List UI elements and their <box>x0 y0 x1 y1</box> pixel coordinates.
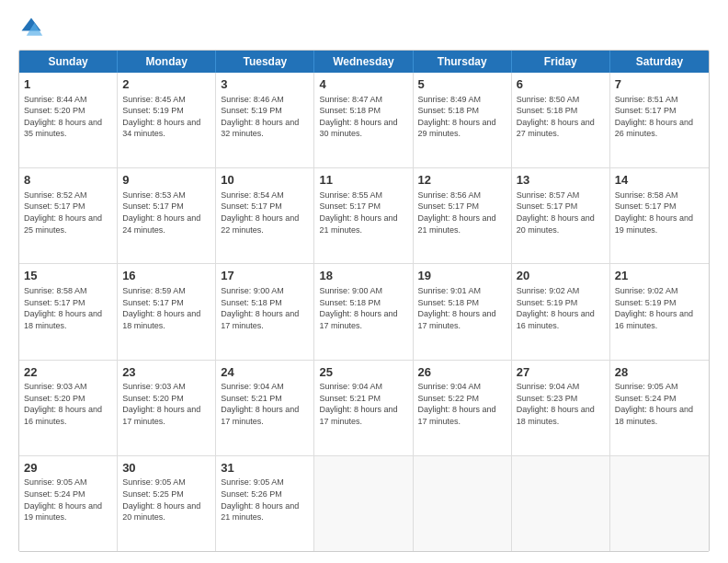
empty-cell <box>414 456 512 551</box>
day-number: 27 <box>517 364 605 381</box>
cell-text: Sunrise: 9:05 AM Sunset: 5:24 PM Dayligh… <box>615 381 704 427</box>
day-number: 25 <box>319 364 407 381</box>
day-cell-27: 27Sunrise: 9:04 AM Sunset: 5:23 PM Dayli… <box>512 361 610 455</box>
cell-text: Sunrise: 9:05 AM Sunset: 5:24 PM Dayligh… <box>24 477 112 523</box>
calendar-body: 1Sunrise: 8:44 AM Sunset: 5:20 PM Daylig… <box>19 73 709 551</box>
day-number: 9 <box>122 172 210 189</box>
calendar-row-1: 8Sunrise: 8:52 AM Sunset: 5:17 PM Daylig… <box>19 168 709 264</box>
day-cell-6: 6Sunrise: 8:50 AM Sunset: 5:18 PM Daylig… <box>512 73 610 167</box>
cell-text: Sunrise: 9:04 AM Sunset: 5:22 PM Dayligh… <box>418 381 506 427</box>
cell-text: Sunrise: 8:51 AM Sunset: 5:17 PM Dayligh… <box>615 94 704 140</box>
logo <box>18 15 48 40</box>
day-cell-20: 20Sunrise: 9:02 AM Sunset: 5:19 PM Dayli… <box>512 264 610 359</box>
cell-text: Sunrise: 8:47 AM Sunset: 5:18 PM Dayligh… <box>319 94 407 140</box>
cell-text: Sunrise: 8:56 AM Sunset: 5:17 PM Dayligh… <box>418 190 506 236</box>
day-cell-23: 23Sunrise: 9:03 AM Sunset: 5:20 PM Dayli… <box>118 361 216 455</box>
header-day-tuesday: Tuesday <box>216 51 314 73</box>
day-cell-2: 2Sunrise: 8:45 AM Sunset: 5:19 PM Daylig… <box>118 73 216 167</box>
day-number: 2 <box>122 76 210 93</box>
cell-text: Sunrise: 8:58 AM Sunset: 5:17 PM Dayligh… <box>615 190 704 236</box>
day-cell-11: 11Sunrise: 8:55 AM Sunset: 5:17 PM Dayli… <box>314 168 413 263</box>
day-number: 18 <box>319 268 407 284</box>
day-number: 10 <box>221 172 309 189</box>
cell-text: Sunrise: 9:02 AM Sunset: 5:19 PM Dayligh… <box>517 285 605 331</box>
header <box>18 15 710 40</box>
day-number: 28 <box>615 364 704 381</box>
day-number: 20 <box>517 268 605 284</box>
day-cell-5: 5Sunrise: 8:49 AM Sunset: 5:18 PM Daylig… <box>414 73 512 167</box>
header-day-sunday: Sunday <box>19 51 118 73</box>
empty-cell <box>512 456 610 551</box>
cell-text: Sunrise: 9:05 AM Sunset: 5:25 PM Dayligh… <box>122 477 210 523</box>
cell-text: Sunrise: 9:03 AM Sunset: 5:20 PM Dayligh… <box>24 381 112 427</box>
day-cell-17: 17Sunrise: 9:00 AM Sunset: 5:18 PM Dayli… <box>216 264 314 359</box>
day-number: 4 <box>319 76 407 93</box>
logo-icon <box>18 15 44 40</box>
cell-text: Sunrise: 8:53 AM Sunset: 5:17 PM Dayligh… <box>122 190 210 236</box>
day-cell-1: 1Sunrise: 8:44 AM Sunset: 5:20 PM Daylig… <box>19 73 118 167</box>
empty-cell <box>314 456 413 551</box>
day-cell-30: 30Sunrise: 9:05 AM Sunset: 5:25 PM Dayli… <box>118 456 216 551</box>
day-cell-14: 14Sunrise: 8:58 AM Sunset: 5:17 PM Dayli… <box>610 168 709 263</box>
day-cell-19: 19Sunrise: 9:01 AM Sunset: 5:18 PM Dayli… <box>414 264 512 359</box>
day-number: 7 <box>615 76 704 93</box>
day-cell-10: 10Sunrise: 8:54 AM Sunset: 5:17 PM Dayli… <box>216 168 314 263</box>
day-number: 31 <box>221 460 309 477</box>
day-cell-3: 3Sunrise: 8:46 AM Sunset: 5:19 PM Daylig… <box>216 73 314 167</box>
cell-text: Sunrise: 9:03 AM Sunset: 5:20 PM Dayligh… <box>122 381 210 427</box>
day-cell-22: 22Sunrise: 9:03 AM Sunset: 5:20 PM Dayli… <box>19 361 118 455</box>
day-number: 5 <box>418 76 506 93</box>
calendar: SundayMondayTuesdayWednesdayThursdayFrid… <box>18 50 710 552</box>
cell-text: Sunrise: 9:05 AM Sunset: 5:26 PM Dayligh… <box>221 477 309 523</box>
cell-text: Sunrise: 8:50 AM Sunset: 5:18 PM Dayligh… <box>517 94 605 140</box>
day-number: 16 <box>122 268 210 284</box>
day-cell-13: 13Sunrise: 8:57 AM Sunset: 5:17 PM Dayli… <box>512 168 610 263</box>
cell-text: Sunrise: 9:04 AM Sunset: 5:21 PM Dayligh… <box>221 381 309 427</box>
page: SundayMondayTuesdayWednesdayThursdayFrid… <box>0 0 728 563</box>
day-number: 17 <box>221 268 309 284</box>
cell-text: Sunrise: 8:49 AM Sunset: 5:18 PM Dayligh… <box>418 94 506 140</box>
day-cell-12: 12Sunrise: 8:56 AM Sunset: 5:17 PM Dayli… <box>414 168 512 263</box>
cell-text: Sunrise: 9:04 AM Sunset: 5:21 PM Dayligh… <box>319 381 407 427</box>
day-cell-8: 8Sunrise: 8:52 AM Sunset: 5:17 PM Daylig… <box>19 168 118 263</box>
cell-text: Sunrise: 9:01 AM Sunset: 5:18 PM Dayligh… <box>418 285 506 331</box>
day-cell-29: 29Sunrise: 9:05 AM Sunset: 5:24 PM Dayli… <box>19 456 118 551</box>
header-day-thursday: Thursday <box>414 51 512 73</box>
day-cell-9: 9Sunrise: 8:53 AM Sunset: 5:17 PM Daylig… <box>118 168 216 263</box>
day-number: 1 <box>24 76 112 93</box>
empty-cell <box>610 456 709 551</box>
day-cell-15: 15Sunrise: 8:58 AM Sunset: 5:17 PM Dayli… <box>19 264 118 359</box>
cell-text: Sunrise: 8:57 AM Sunset: 5:17 PM Dayligh… <box>517 190 605 236</box>
day-number: 22 <box>24 364 112 381</box>
day-number: 14 <box>615 172 704 189</box>
day-number: 15 <box>24 268 112 284</box>
cell-text: Sunrise: 9:04 AM Sunset: 5:23 PM Dayligh… <box>517 381 605 427</box>
header-day-saturday: Saturday <box>610 51 709 73</box>
day-cell-7: 7Sunrise: 8:51 AM Sunset: 5:17 PM Daylig… <box>610 73 709 167</box>
calendar-header: SundayMondayTuesdayWednesdayThursdayFrid… <box>19 51 709 73</box>
header-day-monday: Monday <box>118 51 216 73</box>
day-number: 21 <box>615 268 704 284</box>
day-number: 30 <box>122 460 210 477</box>
calendar-row-2: 15Sunrise: 8:58 AM Sunset: 5:17 PM Dayli… <box>19 264 709 360</box>
header-day-friday: Friday <box>512 51 610 73</box>
day-number: 6 <box>517 76 605 93</box>
day-cell-4: 4Sunrise: 8:47 AM Sunset: 5:18 PM Daylig… <box>314 73 413 167</box>
calendar-row-0: 1Sunrise: 8:44 AM Sunset: 5:20 PM Daylig… <box>19 73 709 168</box>
day-cell-31: 31Sunrise: 9:05 AM Sunset: 5:26 PM Dayli… <box>216 456 314 551</box>
day-number: 12 <box>418 172 506 189</box>
cell-text: Sunrise: 8:58 AM Sunset: 5:17 PM Dayligh… <box>24 285 112 331</box>
cell-text: Sunrise: 8:52 AM Sunset: 5:17 PM Dayligh… <box>24 190 112 236</box>
calendar-row-4: 29Sunrise: 9:05 AM Sunset: 5:24 PM Dayli… <box>19 456 709 551</box>
cell-text: Sunrise: 8:44 AM Sunset: 5:20 PM Dayligh… <box>24 94 112 140</box>
day-number: 23 <box>122 364 210 381</box>
day-number: 19 <box>418 268 506 284</box>
cell-text: Sunrise: 8:59 AM Sunset: 5:17 PM Dayligh… <box>122 285 210 331</box>
cell-text: Sunrise: 8:45 AM Sunset: 5:19 PM Dayligh… <box>122 94 210 140</box>
calendar-row-3: 22Sunrise: 9:03 AM Sunset: 5:20 PM Dayli… <box>19 361 709 456</box>
day-number: 26 <box>418 364 506 381</box>
cell-text: Sunrise: 9:02 AM Sunset: 5:19 PM Dayligh… <box>615 285 704 331</box>
day-number: 8 <box>24 172 112 189</box>
cell-text: Sunrise: 8:54 AM Sunset: 5:17 PM Dayligh… <box>221 190 309 236</box>
day-cell-28: 28Sunrise: 9:05 AM Sunset: 5:24 PM Dayli… <box>610 361 709 455</box>
